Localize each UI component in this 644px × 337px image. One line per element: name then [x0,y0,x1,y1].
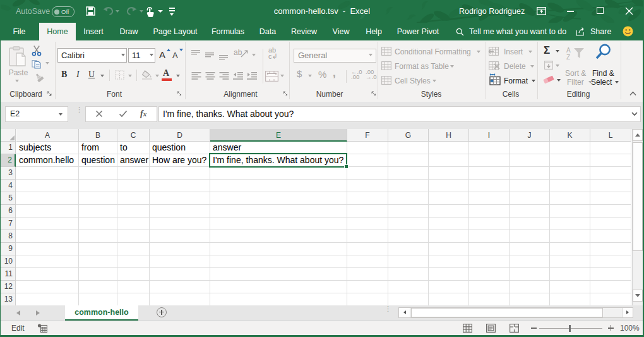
svg-text:Z: Z [566,54,570,61]
svg-text:A: A [566,47,571,54]
